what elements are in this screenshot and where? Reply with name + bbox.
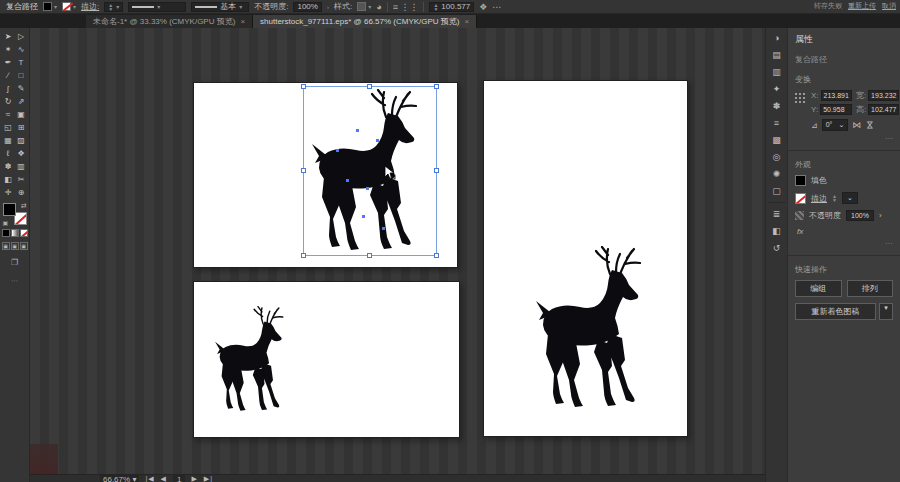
artboard-number-dropdown[interactable]: 1 [173,475,185,482]
align-icons[interactable]: ≡ ⋮⋮ [393,2,419,12]
direct-selection-tool[interactable]: ▷ [15,30,28,43]
lasso-tool[interactable]: ∿ [15,43,28,56]
flip-vertical-icon[interactable]: ⋈ [865,121,875,130]
brush-definition-dropdown[interactable]: 基本 ▾ [191,2,249,12]
chevron-down-icon[interactable]: ▾ [368,3,371,10]
screen-mode-button[interactable]: ❐ [11,258,18,267]
appearance-more-options[interactable]: ··· [795,239,893,248]
transparency-panel-icon[interactable]: ◎ [770,151,784,163]
isolate-icon[interactable]: ❖ [479,2,487,12]
last-artboard-button[interactable]: ▶| [204,475,213,482]
swatches-panel-icon[interactable]: ▤ [770,49,784,61]
anchor-point[interactable] [382,227,385,230]
color-mode-button[interactable] [2,229,10,237]
perspective-grid-tool[interactable]: ⊞ [15,121,28,134]
stroke-weight-stepper[interactable]: ▲▼ ▾ [104,2,123,12]
tab-shutterstock-document[interactable]: shutterstock_977111.eps* @ 66.57% (CMYK/… [253,15,477,28]
graph-tool[interactable]: ▥ [15,160,28,173]
fill-color-control[interactable]: ▾ [43,2,57,11]
group-button[interactable]: 编组 [795,280,842,297]
magic-wand-tool[interactable]: ✶ [2,43,15,56]
stroke-swatch[interactable] [795,193,806,204]
selection-tool[interactable]: ➤ [2,30,15,43]
gradient-tool[interactable]: ▨ [15,134,28,147]
cancel-link[interactable]: 取消 [882,2,896,9]
anchor-point[interactable] [366,187,369,190]
type-tool[interactable]: T [15,56,28,69]
height-field[interactable]: 102.477 [868,104,899,115]
stroke-weight-dropdown[interactable]: ⌄ [842,192,858,204]
x-field[interactable]: 213.891 [821,90,852,101]
deer-silhouette-small[interactable] [211,306,294,412]
opacity-arrow-icon[interactable]: › [879,211,882,220]
libraries-panel-icon[interactable]: ▥ [770,66,784,78]
canvas-pasteboard[interactable]: 66.67% ▾ |◀ ◀ 1 ▶ ▶| [30,28,765,482]
selection-handle[interactable] [301,253,306,258]
artboards-panel-icon[interactable]: ◧ [770,225,784,237]
gradient-panel-icon[interactable]: ▩ [770,134,784,146]
rotate-tool[interactable]: ↻ [2,95,15,108]
selection-handle[interactable] [434,253,439,258]
blend-tool[interactable]: ❖ [15,147,28,160]
stroke-panel-icon[interactable]: ≡ [770,117,784,129]
selection-handle[interactable] [367,84,372,89]
selection-handle[interactable] [434,84,439,89]
paintbrush-tool[interactable]: ʃ [2,82,15,95]
slice-tool[interactable]: ✂ [15,173,28,186]
close-icon[interactable]: × [240,17,245,26]
color-panel-icon[interactable]: ◑ [770,32,784,44]
appearance-panel-icon[interactable]: ✺ [770,168,784,180]
artboard-3[interactable] [193,281,460,438]
history-panel-icon[interactable]: ↺ [770,242,784,254]
more-options-icon[interactable]: ⋯ [492,2,501,12]
anchor-point[interactable] [376,139,379,142]
style-swatch[interactable] [357,2,366,11]
width-tool[interactable]: ≈ [2,108,15,121]
scale-tool[interactable]: ⇗ [15,95,28,108]
stroke-swatch[interactable] [62,2,71,11]
pen-tool[interactable]: ✒ [2,56,15,69]
opacity-field[interactable]: 100% [846,210,874,221]
recolor-dropdown-button[interactable]: ▾ [879,303,893,320]
flip-horizontal-icon[interactable]: ⋈ [852,120,861,130]
anchor-point[interactable] [356,129,359,132]
selection-handle[interactable] [367,253,372,258]
hand-tool[interactable]: ✛ [2,186,15,199]
rectangle-tool[interactable]: □ [15,69,28,82]
first-artboard-button[interactable]: |◀ [145,475,154,482]
reference-point-locator[interactable] [795,93,807,105]
chevron-down-icon[interactable]: ▾ [116,3,119,10]
none-mode-button[interactable] [20,229,28,237]
opacity-field[interactable]: 100% [293,2,321,12]
stroke-label-link[interactable]: 描边 [811,193,827,204]
toolbar-more-icon[interactable]: ⋯ [11,277,18,285]
anchor-point[interactable] [346,179,349,182]
fill-swatch[interactable] [795,175,806,186]
recolor-artwork-button[interactable]: 重新着色图稿 [795,303,876,320]
line-segment-tool[interactable]: ∕ [2,69,15,82]
opacity-arrow-icon[interactable]: › [327,4,329,10]
selection-handle[interactable] [301,168,306,173]
symbol-sprayer-tool[interactable]: ✽ [2,160,15,173]
stroke-color-control[interactable]: ▾ [62,2,76,11]
artboard-1[interactable] [193,82,458,268]
arrange-button[interactable]: 排列 [847,280,894,297]
pencil-tool[interactable]: ✎ [15,82,28,95]
selection-handle[interactable] [301,84,306,89]
width-profile-dropdown[interactable]: ▾ [128,2,186,12]
fill-proxy[interactable] [3,203,16,216]
draw-normal-button[interactable]: ▣ [2,242,10,250]
chevron-down-icon[interactable]: ▾ [73,3,76,10]
symbols-panel-icon[interactable]: ✽ [770,100,784,112]
width-field[interactable]: 193.232 [868,90,899,101]
stroke-panel-link[interactable]: 描边: [81,1,99,12]
mesh-tool[interactable]: ▦ [2,134,15,147]
artboard-tool[interactable]: ◧ [2,173,15,186]
default-fill-stroke-icon[interactable]: ▣ [3,219,9,226]
stepper-arrows-icon[interactable]: ▲▼ [433,3,438,11]
anchor-point[interactable] [362,215,365,218]
shape-builder-tool[interactable]: ◱ [2,121,15,134]
gradient-mode-button[interactable] [11,229,19,237]
zoom-level-dropdown[interactable]: 66.67% ▾ [100,475,139,482]
draw-inside-button[interactable]: ▣ [20,242,28,250]
